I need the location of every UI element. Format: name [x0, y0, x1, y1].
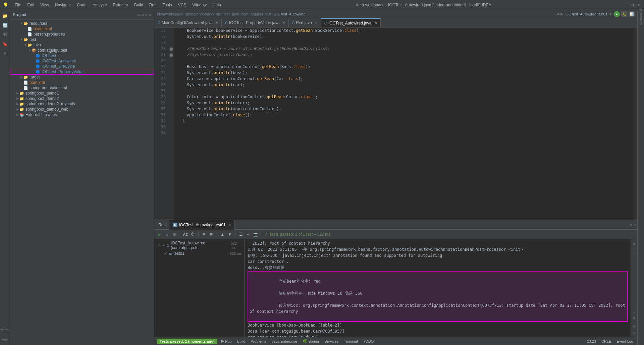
run-expand-icon[interactable]: ⊞ [201, 232, 207, 237]
br-scroll-down-icon[interactable]: ↓ [632, 309, 637, 314]
tree-item-springboot2[interactable]: ▶ 📁 springboot_demo2 [10, 96, 154, 101]
tree-arrow[interactable]: ▶ [15, 102, 19, 106]
run-collapse-icon[interactable]: ✕ [634, 223, 636, 227]
editor-scrollbar[interactable] [635, 27, 637, 220]
run-sort-alpha-icon[interactable]: Az [183, 232, 188, 237]
run-play-icon[interactable]: ▶ [157, 232, 162, 237]
tab-close-icon[interactable]: ✕ [315, 21, 317, 24]
tab-close-icon[interactable]: ✕ [228, 223, 231, 227]
menu-run[interactable]: Run [147, 2, 159, 8]
tree-arrow[interactable]: ▼ [23, 43, 28, 47]
bc-spring-annotation[interactable]: spring-annotation [185, 12, 214, 16]
maximize-button[interactable]: □ [630, 2, 635, 8]
nav-forward-icon[interactable]: ▶ [560, 12, 563, 16]
menu-window[interactable]: Window [190, 2, 209, 8]
tree-item-ioctest-propertyvalue[interactable]: 🔵 IOCTest_PropertyValue [10, 69, 154, 74]
menu-analyze[interactable]: Analyze [90, 2, 110, 8]
bc-src[interactable]: src [216, 12, 221, 16]
menu-navigate[interactable]: Navigate [52, 2, 73, 8]
run-more-icon[interactable]: ⋯ [246, 232, 251, 237]
bookmarks-icon[interactable]: 🔖 [1, 40, 9, 48]
run-button[interactable]: ▶ [614, 11, 620, 17]
favorites-icon[interactable]: Fav [1, 336, 9, 343]
bc-java[interactable]: java [232, 12, 239, 16]
menu-view[interactable]: View [38, 2, 52, 8]
menu-edit[interactable]: Edit [24, 2, 37, 8]
tree-item-springboot2-mybatis[interactable]: ▶ 📁 springboot_demo2_mybatis [10, 101, 154, 107]
menu-code[interactable]: Code [74, 2, 89, 8]
menu-tools[interactable]: Tools [160, 2, 175, 8]
menu-build[interactable]: Build [131, 2, 146, 8]
tree-item-ioctest[interactable]: 🔵 IOCTest [10, 53, 154, 58]
code-content[interactable]: BookService bookService = applicationCon… [174, 27, 635, 220]
tree-item-ioctest-autowired[interactable]: 🔵 IOCTest_Autowired [10, 58, 154, 64]
menu-vcs[interactable]: VCS [175, 2, 189, 8]
run-filter-icon[interactable]: ☰ [238, 232, 244, 237]
br-settings-icon[interactable]: ⚙ [632, 324, 637, 329]
status-spring[interactable]: 🌿 Spring [301, 339, 320, 343]
status-build[interactable]: Build [236, 339, 247, 343]
tree-item-resources[interactable]: ▼ 📂 resources [10, 21, 154, 26]
status-java-enterprise[interactable]: Java Enterprise [270, 339, 299, 343]
tree-arrow[interactable]: ▼ [19, 38, 23, 41]
tab-close-icon[interactable]: ✕ [374, 21, 377, 25]
br-scroll-top-icon[interactable]: ▲ [632, 240, 637, 246]
tree-item-springboot3-web[interactable]: ▶ 📁 springboot_demo3_web [10, 107, 154, 112]
bc-com[interactable]: com [241, 12, 248, 16]
run-stop-icon[interactable]: ■ [172, 232, 177, 237]
tab-ioctest-autowired[interactable]: C IOCTest_Autowired.java ✕ [321, 18, 381, 27]
minimize-button[interactable]: ─ [624, 2, 629, 8]
status-problems[interactable]: Problems [249, 339, 267, 343]
run-up-icon[interactable]: ▲ [220, 232, 225, 237]
menu-bar[interactable]: File Edit View Navigate Code Analyze Ref… [12, 2, 224, 8]
tree-arrow[interactable]: ▶ [15, 113, 19, 116]
menu-refactor[interactable]: Refactor [110, 2, 131, 8]
structure-icon[interactable]: 🏗 [1, 31, 9, 38]
br-scroll-up-icon[interactable]: ↑ [632, 250, 637, 255]
coverage-button[interactable]: 📊 [629, 11, 635, 17]
menu-file[interactable]: File [12, 2, 24, 8]
tree-item-pom[interactable]: 📄 pom.xml [10, 80, 154, 85]
database-icon[interactable]: Web [1, 326, 9, 334]
bc-atguigu[interactable]: atguigu [251, 12, 263, 16]
status-terminal[interactable]: Terminal [342, 339, 359, 343]
tests-passed-badge[interactable]: Tests passed: 1 (moments ago) [157, 339, 217, 344]
bc-test[interactable]: test [224, 12, 230, 16]
bc-test2[interactable]: test [265, 12, 271, 16]
status-event-log[interactable]: Event Log [615, 339, 635, 343]
tree-item-beans-xml[interactable]: 📄 beans.xml [10, 26, 154, 32]
tree-arrow[interactable]: ▼ [28, 49, 32, 52]
run-sort-duration-icon[interactable]: ⏱ [190, 232, 196, 237]
tab-main-config[interactable]: C MainConfigOfAutowired.java ✕ [154, 18, 222, 27]
tree-item-springboot1[interactable]: ▶ 📁 springboot_demo1 [10, 91, 154, 96]
tree-item-package[interactable]: ▼ 📦 com.atguigu.test [10, 48, 154, 53]
br-scroll-bottom-icon[interactable]: ▼ [632, 315, 637, 321]
run-camera-icon[interactable]: 📷 [253, 232, 258, 237]
tab-close-icon[interactable]: ✕ [215, 21, 218, 24]
bc-idea-workspace[interactable]: idea-workspace [157, 12, 183, 16]
tree-item-target[interactable]: ▶ 📁 target [10, 74, 154, 80]
sidebar-expand-icon[interactable]: ⊞ [138, 12, 140, 17]
tree-arrow[interactable]: ▼ [19, 22, 23, 25]
status-run[interactable]: ▶ Run [220, 339, 233, 343]
run-collapse-tree-icon[interactable]: ⊟ [209, 232, 214, 237]
run-down-icon[interactable]: ▼ [227, 232, 232, 237]
maven-icon[interactable]: M [1, 50, 9, 57]
project-icon[interactable]: 📁 [1, 12, 9, 19]
status-todo[interactable]: TODO [362, 339, 375, 343]
close-button[interactable]: ✕ [636, 2, 641, 8]
tab-red[interactable]: C Red.java ✕ [289, 18, 321, 27]
run-rerun-failed-icon[interactable]: ↻ [164, 232, 170, 237]
tab-ioctest-property[interactable]: C IOCTest_PropertyValue.java ✕ [222, 18, 288, 27]
tree-item-iml[interactable]: 📄 spring-annotation.iml [10, 85, 154, 91]
tree-arrow[interactable]: ▶ [19, 75, 23, 79]
tree-item-java[interactable]: ▼ 📂 java [10, 42, 154, 48]
tree-item-test[interactable]: ▼ 📂 test [10, 37, 154, 42]
tree-item-external-libs[interactable]: ▶ 📚 External Libraries [10, 112, 154, 117]
menu-help[interactable]: Help [210, 2, 224, 8]
tree-item-ioctest-lifecycle[interactable]: 🔵 IOCTest_LifeCycle [10, 64, 154, 69]
status-encoding[interactable]: CRLE [600, 339, 612, 343]
status-services[interactable]: Services [323, 339, 340, 343]
sidebar-collapse-icon[interactable]: ⊟ [141, 12, 144, 17]
tree-arrow[interactable]: ▼ [162, 244, 165, 247]
